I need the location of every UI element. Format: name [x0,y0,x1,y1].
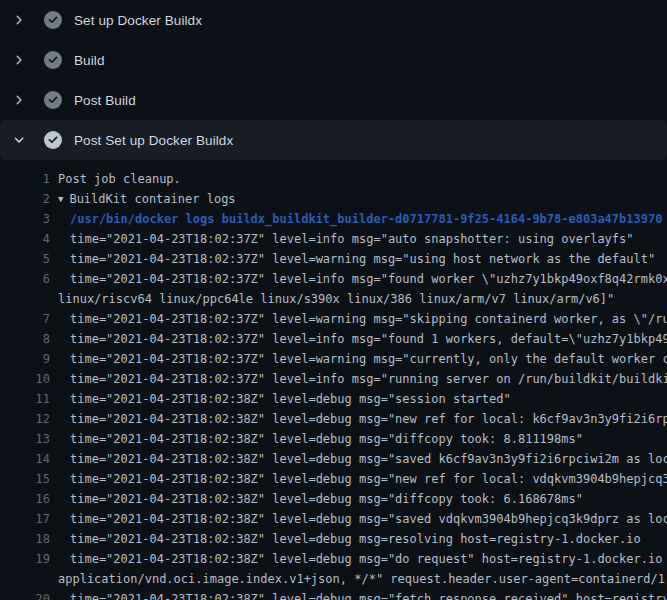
log-row: 15time="2021-04-23T18:02:38Z" level=debu… [0,469,667,489]
step-header-post-set-up-docker-buildx[interactable]: Post Set up Docker Buildx [0,120,667,160]
log-line-text: time="2021-04-23T18:02:38Z" level=debug … [50,549,667,569]
log-line-number[interactable]: 15 [0,469,50,489]
log-line-text: time="2021-04-23T18:02:38Z" level=debug … [50,589,667,600]
log-line-number[interactable]: 9 [0,349,50,369]
log-row: 12time="2021-04-23T18:02:38Z" level=debu… [0,409,667,429]
log-line-number[interactable]: 10 [0,369,50,389]
log-line-number[interactable]: 2 [0,189,50,209]
log-line-number[interactable]: 1 [0,169,50,189]
log-line-number[interactable]: 19 [0,549,50,569]
log-line-text: time="2021-04-23T18:02:37Z" level=info m… [50,269,667,289]
log-group-label: BuildKit container logs [69,192,235,206]
log-line-number[interactable]: 7 [0,309,50,329]
log-line-number[interactable]: 17 [0,509,50,529]
step-title: Post Build [74,93,136,108]
log-row: 17time="2021-04-23T18:02:38Z" level=debu… [0,509,667,529]
log-line-text: time="2021-04-23T18:02:38Z" level=debug … [50,389,511,409]
log-row: 13time="2021-04-23T18:02:38Z" level=debu… [0,429,667,449]
log-row: linux/riscv64 linux/ppc64le linux/s390x … [0,289,667,309]
log-row: 8time="2021-04-23T18:02:37Z" level=info … [0,329,667,349]
log-line-number[interactable]: 8 [0,329,50,349]
chevron-right-icon [11,12,27,28]
chevron-right-icon [11,92,27,108]
log-line-text: time="2021-04-23T18:02:38Z" level=debug … [50,509,667,529]
log-line-text: time="2021-04-23T18:02:37Z" level=warnin… [50,349,667,369]
log-line-text: time="2021-04-23T18:02:37Z" level=warnin… [50,309,667,329]
log-line-text: linux/riscv64 linux/ppc64le linux/s390x … [50,289,614,309]
log-line-text: Post job cleanup. [50,169,181,189]
log-row: 19time="2021-04-23T18:02:38Z" level=debu… [0,549,667,569]
log-line-number[interactable]: 12 [0,409,50,429]
log-viewer: 1Post job cleanup.2▼BuildKit container l… [0,160,667,600]
log-line-text: time="2021-04-23T18:02:38Z" level=debug … [50,429,583,449]
check-circle-icon [44,51,62,69]
log-line-number[interactable]: 3 [0,209,50,229]
log-line-text: time="2021-04-23T18:02:38Z" level=debug … [50,449,667,469]
log-row: application/vnd.oci.image.index.v1+json,… [0,569,667,589]
log-line-number[interactable]: 4 [0,229,50,249]
log-row: 2▼BuildKit container logs [0,189,667,209]
log-line-text: time="2021-04-23T18:02:38Z" level=debug … [50,409,667,429]
log-line-number[interactable]: 16 [0,489,50,509]
log-row: 20time="2021-04-23T18:02:38Z" level=debu… [0,589,667,600]
log-row: 11time="2021-04-23T18:02:38Z" level=debu… [0,389,667,409]
step-title: Build [74,53,105,68]
log-row: 7time="2021-04-23T18:02:37Z" level=warni… [0,309,667,329]
log-row: 5time="2021-04-23T18:02:37Z" level=warni… [0,249,667,269]
log-row: 6time="2021-04-23T18:02:37Z" level=info … [0,269,667,289]
log-group-toggle[interactable]: ▼BuildKit container logs [50,189,236,209]
log-line-number[interactable]: 5 [0,249,50,269]
chevron-down-icon [11,132,27,148]
log-row: 18time="2021-04-23T18:02:38Z" level=debu… [0,529,667,549]
log-line-number [0,569,50,589]
log-line-text: time="2021-04-23T18:02:38Z" level=debug … [50,469,667,489]
log-line-number[interactable]: 18 [0,529,50,549]
steps-list: Set up Docker BuildxBuildPost BuildPost … [0,0,667,160]
log-line-text: time="2021-04-23T18:02:37Z" level=info m… [50,369,667,389]
step-header-post-build[interactable]: Post Build [0,80,667,120]
check-circle-icon [44,91,62,109]
log-line-number[interactable]: 11 [0,389,50,409]
log-line-number[interactable]: 14 [0,449,50,469]
log-line-text: time="2021-04-23T18:02:37Z" level=warnin… [50,249,655,269]
check-circle-icon [44,131,62,149]
log-row: 10time="2021-04-23T18:02:37Z" level=info… [0,369,667,389]
collapse-triangle-icon: ▼ [58,189,63,209]
actions-log-page: { "colors": { "page_bg": "#0c1017", "exp… [0,0,667,600]
step-title: Set up Docker Buildx [74,13,202,28]
log-line-number[interactable]: 13 [0,429,50,449]
log-row: 4time="2021-04-23T18:02:37Z" level=info … [0,229,667,249]
log-line-text: time="2021-04-23T18:02:37Z" level=info m… [50,329,667,349]
log-line-number[interactable]: 6 [0,269,50,289]
log-line-number [0,289,50,309]
log-command-text: /usr/bin/docker logs buildx_buildkit_bui… [50,209,662,229]
chevron-right-icon [11,52,27,68]
log-row: 14time="2021-04-23T18:02:38Z" level=debu… [0,449,667,469]
log-line-text: application/vnd.oci.image.index.v1+json,… [50,569,667,589]
check-circle-icon [44,11,62,29]
log-row: 16time="2021-04-23T18:02:38Z" level=debu… [0,489,667,509]
log-line-text: time="2021-04-23T18:02:37Z" level=info m… [50,229,634,249]
step-title: Post Set up Docker Buildx [74,133,233,148]
log-line-text: time="2021-04-23T18:02:38Z" level=debug … [50,529,641,549]
log-row: 9time="2021-04-23T18:02:37Z" level=warni… [0,349,667,369]
log-row: 1Post job cleanup. [0,169,667,189]
log-line-text: time="2021-04-23T18:02:38Z" level=debug … [50,489,583,509]
step-header-set-up-docker-buildx[interactable]: Set up Docker Buildx [0,0,667,40]
log-row: 3/usr/bin/docker logs buildx_buildkit_bu… [0,209,667,229]
step-header-build[interactable]: Build [0,40,667,80]
log-line-number[interactable]: 20 [0,589,50,600]
